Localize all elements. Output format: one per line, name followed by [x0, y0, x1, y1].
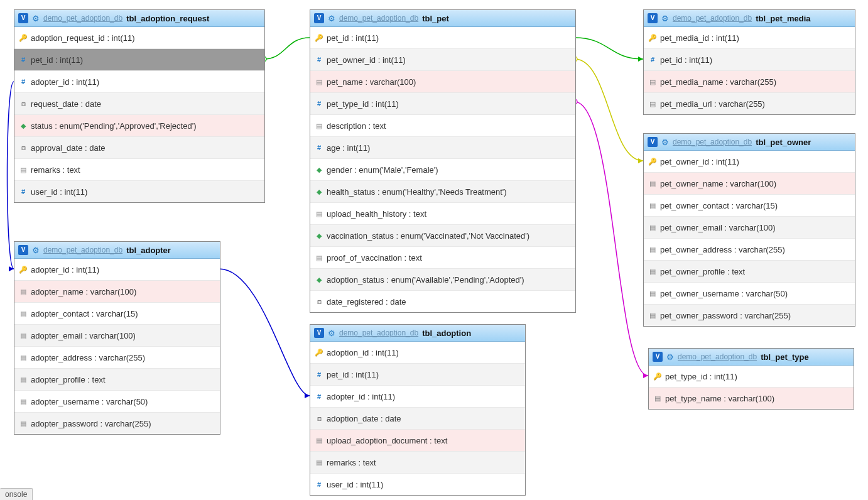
column-label: proof_of_vaccination : text [327, 253, 422, 263]
view-badge-icon[interactable]: V [648, 13, 658, 23]
table-column[interactable]: ◆adoption_status : enum('Available','Pen… [310, 269, 575, 291]
table-column[interactable]: 🔑pet_type_id : int(11) [649, 366, 854, 388]
gear-icon[interactable]: ⚙ [661, 14, 669, 23]
table-tbl_pet_media[interactable]: V⚙demo_pet_adoption_dbtbl_pet_media🔑pet_… [643, 9, 855, 115]
table-column[interactable]: #user_id : int(11) [310, 474, 525, 495]
table-column[interactable]: #pet_owner_id : int(11) [310, 49, 575, 71]
table-column[interactable]: ▤pet_type_name : varchar(100) [649, 388, 854, 409]
table-column[interactable]: ▤pet_owner_username : varchar(50) [644, 283, 855, 305]
text-icon: ▤ [19, 166, 27, 173]
gear-icon[interactable]: ⚙ [666, 353, 674, 361]
table-name[interactable]: tbl_adoption_request [126, 14, 209, 23]
database-name[interactable]: demo_pet_adoption_db [673, 138, 752, 146]
database-name[interactable]: demo_pet_adoption_db [339, 14, 418, 23]
column-label: adopter_profile : text [31, 375, 106, 384]
gear-icon[interactable]: ⚙ [661, 138, 669, 146]
table-column[interactable]: ◆health_status : enum('Healthy','Needs T… [310, 181, 575, 203]
table-header[interactable]: V⚙demo_pet_adoption_dbtbl_pet_media [644, 10, 855, 27]
table-column[interactable]: ▤adopter_username : varchar(50) [14, 391, 220, 413]
table-header[interactable]: V⚙demo_pet_adoption_dbtbl_pet_owner [644, 134, 855, 151]
table-column[interactable]: 🔑pet_id : int(11) [310, 27, 575, 49]
table-column[interactable]: ▤pet_owner_name : varchar(100) [644, 173, 855, 195]
table-name[interactable]: tbl_pet [422, 14, 449, 23]
table-column[interactable]: 🔑adoption_id : int(11) [310, 342, 525, 364]
table-column[interactable]: 🔑adopter_id : int(11) [14, 259, 220, 281]
table-column[interactable]: ▤adopter_name : varchar(100) [14, 281, 220, 303]
view-badge-icon[interactable]: V [314, 13, 324, 23]
view-badge-icon[interactable]: V [653, 352, 663, 362]
table-name[interactable]: tbl_pet_type [761, 352, 809, 362]
table-column[interactable]: 🔑adoption_request_id : int(11) [14, 27, 264, 49]
table-column[interactable]: #user_id : int(11) [14, 181, 264, 202]
table-column[interactable]: ▤remarks : text [14, 159, 264, 181]
table-header[interactable]: V⚙demo_pet_adoption_dbtbl_adoption [310, 325, 525, 342]
table-tbl_pet_type[interactable]: V⚙demo_pet_adoption_dbtbl_pet_type🔑pet_t… [648, 348, 854, 410]
table-column[interactable]: ▤pet_media_url : varchar(255) [644, 93, 855, 114]
table-column[interactable]: ▤remarks : text [310, 452, 525, 474]
table-column[interactable]: ▤pet_name : varchar(100) [310, 71, 575, 93]
table-tbl_pet[interactable]: V⚙demo_pet_adoption_dbtbl_pet🔑pet_id : i… [310, 9, 576, 313]
table-tbl_adoption[interactable]: V⚙demo_pet_adoption_dbtbl_adoption🔑adopt… [310, 324, 526, 496]
database-name[interactable]: demo_pet_adoption_db [339, 329, 418, 337]
hash-icon: # [315, 371, 323, 378]
gear-icon[interactable]: ⚙ [328, 329, 335, 337]
table-column[interactable]: #pet_id : int(11) [310, 364, 525, 386]
table-column[interactable]: ◆vaccination_status : enum('Vaccinated',… [310, 225, 575, 247]
table-column[interactable]: ▤pet_owner_password : varchar(255) [644, 305, 855, 326]
table-tbl_adoption_request[interactable]: V⚙demo_pet_adoption_dbtbl_adoption_reque… [14, 9, 265, 203]
table-column[interactable]: ⧈adoption_date : date [310, 408, 525, 430]
table-column[interactable]: ▤pet_owner_email : varchar(100) [644, 217, 855, 239]
database-name[interactable]: demo_pet_adoption_db [43, 246, 122, 254]
text-icon: ▤ [19, 310, 27, 317]
table-column[interactable]: ▤pet_owner_address : varchar(255) [644, 239, 855, 261]
database-name[interactable]: demo_pet_adoption_db [673, 14, 752, 23]
table-column[interactable]: 🔑pet_media_id : int(11) [644, 27, 855, 49]
table-name[interactable]: tbl_pet_media [756, 14, 810, 23]
table-column[interactable]: ▤adopter_email : varchar(100) [14, 325, 220, 347]
table-column[interactable]: ▤adopter_profile : text [14, 369, 220, 391]
database-name[interactable]: demo_pet_adoption_db [43, 14, 122, 23]
table-name[interactable]: tbl_adoption [422, 329, 471, 338]
erd-canvas[interactable]: V⚙demo_pet_adoption_dbtbl_adoption_reque… [0, 0, 868, 500]
view-badge-icon[interactable]: V [18, 13, 28, 23]
table-column[interactable]: ▤pet_owner_profile : text [644, 261, 855, 283]
gear-icon[interactable]: ⚙ [328, 14, 335, 23]
table-column[interactable]: ▤pet_media_name : varchar(255) [644, 71, 855, 93]
table-column[interactable]: ⧈approval_date : date [14, 137, 264, 159]
table-name[interactable]: tbl_adopter [126, 246, 171, 255]
table-column[interactable]: #adopter_id : int(11) [310, 386, 525, 408]
column-label: pet_id : int(11) [327, 370, 379, 379]
view-badge-icon[interactable]: V [314, 328, 324, 338]
table-column[interactable]: ▤proof_of_vaccination : text [310, 247, 575, 269]
table-column[interactable]: #adopter_id : int(11) [14, 71, 264, 93]
gear-icon[interactable]: ⚙ [32, 14, 40, 23]
table-column[interactable]: ▤adopter_contact : varchar(15) [14, 303, 220, 325]
table-column[interactable]: ⧈request_date : date [14, 93, 264, 115]
table-tbl_pet_owner[interactable]: V⚙demo_pet_adoption_dbtbl_pet_owner🔑pet_… [643, 133, 855, 327]
table-header[interactable]: V⚙demo_pet_adoption_dbtbl_pet_type [649, 349, 854, 366]
table-column[interactable]: ▤pet_owner_contact : varchar(15) [644, 195, 855, 217]
table-column[interactable]: #pet_id : int(11) [644, 49, 855, 71]
table-column[interactable]: ◆status : enum('Pending','Approved','Rej… [14, 115, 264, 137]
view-badge-icon[interactable]: V [648, 137, 658, 147]
table-column[interactable]: ▤adopter_password : varchar(255) [14, 413, 220, 434]
table-column[interactable]: #pet_id : int(11) [14, 49, 264, 71]
table-column[interactable]: ⧈date_registered : date [310, 291, 575, 312]
table-column[interactable]: #pet_type_id : int(11) [310, 93, 575, 115]
console-button[interactable]: onsole [0, 488, 33, 500]
table-column[interactable]: ▤description : text [310, 115, 575, 137]
table-column[interactable]: 🔑pet_owner_id : int(11) [644, 151, 855, 173]
table-header[interactable]: V⚙demo_pet_adoption_dbtbl_adopter [14, 242, 220, 259]
table-column[interactable]: ▤upload_health_history : text [310, 203, 575, 225]
table-column[interactable]: #age : int(11) [310, 137, 575, 159]
database-name[interactable]: demo_pet_adoption_db [678, 352, 757, 361]
gear-icon[interactable]: ⚙ [32, 246, 40, 254]
table-header[interactable]: V⚙demo_pet_adoption_dbtbl_adoption_reque… [14, 10, 264, 27]
table-column[interactable]: ▤upload_adoption_document : text [310, 430, 525, 452]
table-tbl_adopter[interactable]: V⚙demo_pet_adoption_dbtbl_adopter🔑adopte… [14, 241, 220, 435]
view-badge-icon[interactable]: V [18, 245, 28, 255]
table-column[interactable]: ▤adopter_address : varchar(255) [14, 347, 220, 369]
table-column[interactable]: ◆gender : enum('Male','Female') [310, 159, 575, 181]
table-header[interactable]: V⚙demo_pet_adoption_dbtbl_pet [310, 10, 575, 27]
table-name[interactable]: tbl_pet_owner [756, 138, 811, 147]
